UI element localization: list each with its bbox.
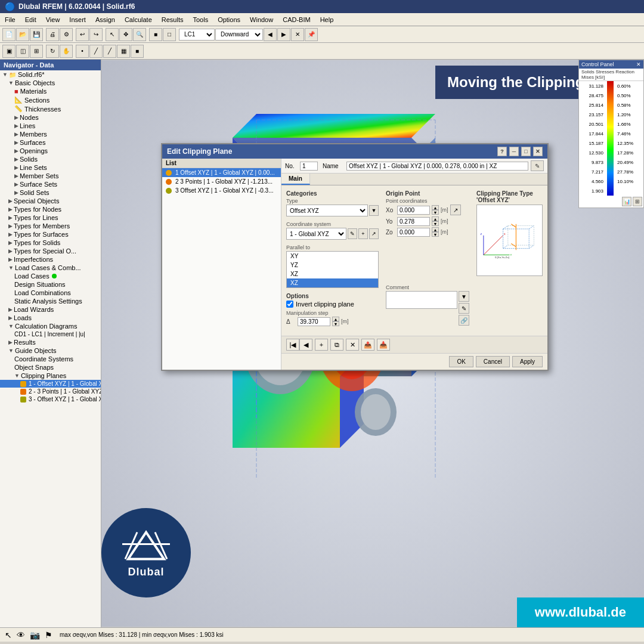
comment-textarea[interactable] <box>386 291 457 309</box>
xo-up[interactable]: ▲ <box>432 205 439 210</box>
name-edit-btn[interactable]: ✎ <box>531 160 544 171</box>
step-input[interactable] <box>298 317 330 326</box>
nav-sections[interactable]: 📐 Sections <box>0 95 101 104</box>
menu-view[interactable]: View <box>41 15 65 24</box>
pan-btn[interactable]: ✋ <box>60 45 73 58</box>
coord-pick-btn[interactable]: ↗ <box>369 228 379 239</box>
nav-static-analysis[interactable]: Static Analysis Settings <box>0 297 101 305</box>
move-btn[interactable]: ✥ <box>119 28 132 41</box>
nav-design-situations[interactable]: Design Situations <box>0 280 101 289</box>
nav-guide-objects[interactable]: ▼ Guide Objects <box>0 346 101 355</box>
menu-window[interactable]: Window <box>245 15 278 24</box>
list-row-2[interactable]: 2 3 Points | 1 - Global XYZ | -1.213... <box>162 177 281 186</box>
scroll-prev-btn[interactable]: ◀ <box>299 339 312 351</box>
member-btn[interactable]: ╱ <box>103 45 116 58</box>
close-view-btn[interactable]: ✕ <box>291 28 304 41</box>
nav-types-special[interactable]: ▶ Types for Special O... <box>0 247 101 255</box>
step-up[interactable]: ▲ <box>332 317 339 321</box>
menu-assign[interactable]: Assign <box>91 15 120 24</box>
yo-up[interactable]: ▲ <box>432 216 439 221</box>
dialog-close-btn[interactable]: ✕ <box>533 147 543 156</box>
wire-btn[interactable]: □ <box>163 28 176 41</box>
menu-help[interactable]: Help <box>315 15 339 24</box>
dialog-import-btn[interactable]: 📥 <box>377 339 390 351</box>
nav-lines[interactable]: ▶ Lines <box>0 122 101 130</box>
nav-load-cases[interactable]: Load Cases <box>0 272 101 280</box>
nav-root[interactable]: ▼ 📁 Solid.rf6* <box>0 70 101 79</box>
type-combo[interactable]: Offset XYZ <box>286 205 368 216</box>
nav-solidsets[interactable]: ▶ Solid Sets <box>0 188 101 197</box>
scroll-first-btn[interactable]: |◀ <box>286 339 299 351</box>
list-row-3[interactable]: 3 Offset XYZ | 1 - Global XYZ | -0.3... <box>162 186 281 195</box>
coord-combo[interactable]: 1 - Global XYZ <box>286 228 346 240</box>
save-btn[interactable]: 💾 <box>30 28 43 41</box>
nav-types-nodes[interactable]: ▶ Types for Nodes <box>0 205 101 213</box>
dialog-copy-btn[interactable]: ⧉ <box>330 339 343 351</box>
step-down[interactable]: ▼ <box>332 321 339 326</box>
nav-calc-diagrams[interactable]: ▼ Calculation Diagrams <box>0 322 101 330</box>
dialog-maximize-btn[interactable]: □ <box>521 147 531 156</box>
status-flag-icon[interactable]: ⚑ <box>45 630 52 640</box>
menu-cadbim[interactable]: CAD-BIM <box>278 15 315 24</box>
parallel-xz2[interactable]: XZ <box>287 278 378 287</box>
apply-button[interactable]: Apply <box>512 356 543 367</box>
settings-btn[interactable]: ⚙ <box>60 28 73 41</box>
comment-edit-btn[interactable]: ✎ <box>459 303 469 314</box>
xo-down[interactable]: ▼ <box>432 210 439 215</box>
menu-tools[interactable]: Tools <box>188 15 213 24</box>
menu-calculate[interactable]: Calculate <box>120 15 157 24</box>
xo-input[interactable] <box>397 206 430 215</box>
nav-load-combinations[interactable]: Load Combinations <box>0 289 101 297</box>
list-row-1[interactable]: 1 Offset XYZ | 1 - Global XYZ | 0.00... <box>162 168 281 177</box>
zoom-btn[interactable]: 🔍 <box>133 28 146 41</box>
undo-btn[interactable]: ↩ <box>76 28 89 41</box>
nav-openings[interactable]: ▶ Openings <box>0 147 101 155</box>
prev-btn[interactable]: ◀ <box>264 28 277 41</box>
invert-checkbox[interactable] <box>286 301 293 308</box>
nav-clipping-3[interactable]: 3 - Offset XYZ | 1 - Global XYZ <box>0 395 101 403</box>
print-btn[interactable]: 🖨 <box>46 28 59 41</box>
dialog-delete-btn[interactable]: ✕ <box>346 339 359 351</box>
direction-dropdown[interactable]: Downward <box>215 29 263 41</box>
coord-edit-btn[interactable]: ✎ <box>348 228 357 239</box>
menu-file[interactable]: File <box>0 15 20 24</box>
xo-pick-btn[interactable]: ↗ <box>450 205 461 215</box>
dialog-minimize-btn[interactable]: ─ <box>509 147 519 156</box>
view2-btn[interactable]: ◫ <box>16 45 29 58</box>
zo-up[interactable]: ▲ <box>432 227 439 232</box>
nav-types-solids[interactable]: ▶ Types for Solids <box>0 239 101 247</box>
status-camera-icon[interactable]: 📷 <box>30 630 40 640</box>
nav-cd1[interactable]: CD1 - LC1 | Increment | |u| <box>0 330 101 338</box>
nav-materials[interactable]: ■ Materials <box>0 87 101 95</box>
status-eye-icon[interactable]: 👁 <box>17 630 25 640</box>
parallel-xz[interactable]: XZ <box>287 270 378 278</box>
comment-down-btn[interactable]: ▼ <box>459 291 469 302</box>
nav-special-objects[interactable]: ▶ Special Objects <box>0 197 101 205</box>
parallel-yz[interactable]: YZ <box>287 261 378 270</box>
tab-main[interactable]: Main <box>281 174 310 185</box>
view3-btn[interactable]: ⊞ <box>30 45 43 58</box>
dialog-add-btn[interactable]: + <box>315 339 328 351</box>
nav-load-cases-group[interactable]: ▼ Load Cases & Comb... <box>0 264 101 272</box>
nav-nodes[interactable]: ▶ Nodes <box>0 113 101 122</box>
surface-btn[interactable]: ▦ <box>117 45 130 58</box>
nav-loads[interactable]: ▶ Loads <box>0 314 101 322</box>
next-btn[interactable]: ▶ <box>277 28 290 41</box>
zo-down[interactable]: ▼ <box>432 232 439 237</box>
redo-btn[interactable]: ↪ <box>89 28 103 41</box>
status-pointer-icon[interactable]: ↖ <box>5 630 12 640</box>
comment-link-btn[interactable]: 🔗 <box>459 315 469 326</box>
cancel-button[interactable]: Cancel <box>476 356 510 367</box>
render-btn[interactable]: ■ <box>149 28 162 41</box>
nav-object-snaps[interactable]: Object Snaps <box>0 363 101 371</box>
type-combo-down[interactable]: ▼ <box>369 205 379 216</box>
nav-imperfections[interactable]: ▶ Imperfections <box>0 255 101 264</box>
coord-add-btn[interactable]: + <box>358 228 368 239</box>
nav-surfaces[interactable]: ▶ Surfaces <box>0 138 101 147</box>
menu-edit[interactable]: Edit <box>20 15 41 24</box>
nav-clipping-2[interactable]: 2 - 3 Points | 1 - Global XYZ | - <box>0 388 101 395</box>
nav-clipping-planes[interactable]: ▼ Clipping Planes <box>0 371 101 380</box>
nav-solids[interactable]: ▶ Solids <box>0 155 101 163</box>
cp-grid-btn[interactable]: ⊞ <box>633 197 642 206</box>
nav-types-surfaces[interactable]: ▶ Types for Surfaces <box>0 230 101 239</box>
